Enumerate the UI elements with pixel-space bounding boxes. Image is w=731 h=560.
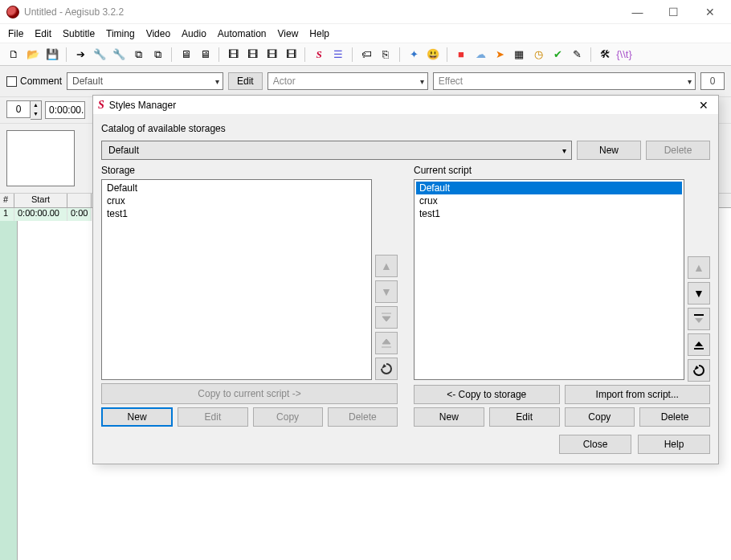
- menu-automation[interactable]: Automation: [218, 28, 267, 39]
- script-copy-button[interactable]: Copy: [565, 407, 635, 427]
- move-down-button[interactable]: ▼: [375, 280, 398, 303]
- catalog-delete-button[interactable]: Delete: [646, 141, 710, 160]
- storage-listbox[interactable]: Default crux test1: [101, 179, 372, 380]
- sort-button[interactable]: [688, 359, 710, 382]
- list-item[interactable]: test1: [104, 207, 370, 220]
- script-new-button[interactable]: New: [414, 407, 484, 427]
- save-icon[interactable]: 💾: [45, 47, 59, 62]
- arrow-icon[interactable]: ➔: [73, 47, 88, 62]
- move-top-button[interactable]: [375, 306, 398, 329]
- grid-icon[interactable]: ▦: [512, 47, 526, 62]
- maximize-button[interactable]: ☐: [655, 0, 692, 24]
- menu-edit[interactable]: Edit: [35, 28, 51, 39]
- style-combo[interactable]: Default ▾: [67, 72, 223, 90]
- effect-combo[interactable]: Effect ▾: [433, 72, 696, 90]
- import-from-script-button[interactable]: Import from script...: [565, 385, 711, 404]
- move-up-button[interactable]: ▲: [375, 255, 398, 277]
- menu-help[interactable]: Help: [309, 28, 329, 39]
- start-time-field[interactable]: 0:00:00.: [45, 101, 85, 119]
- sort-button[interactable]: [375, 358, 398, 380]
- list-item[interactable]: crux: [104, 194, 370, 207]
- film-icon[interactable]: 🎞: [226, 47, 240, 62]
- tool2-icon[interactable]: ⧉: [150, 47, 165, 62]
- checkbox-icon[interactable]: [6, 76, 17, 87]
- move-bottom-button[interactable]: [688, 333, 710, 356]
- list-item[interactable]: Default: [104, 182, 370, 194]
- tool-icon[interactable]: ⧉: [131, 47, 145, 62]
- menu-file[interactable]: File: [8, 28, 23, 39]
- grid-row[interactable]: 1 0:00:00.00 0:00: [0, 208, 92, 221]
- comment-checkbox[interactable]: Comment: [6, 76, 62, 87]
- script-delete-button[interactable]: Delete: [639, 407, 710, 427]
- spinner-down-icon[interactable]: ▼: [31, 110, 41, 119]
- storage-new-button[interactable]: New: [101, 407, 173, 427]
- menu-audio[interactable]: Audio: [182, 28, 206, 39]
- catalog-new-button[interactable]: New: [577, 141, 641, 160]
- col-end[interactable]: [67, 194, 92, 207]
- actor-combo[interactable]: Actor ▾: [267, 72, 428, 90]
- move-bottom-button[interactable]: [375, 332, 398, 354]
- copy-icon[interactable]: ⎘: [378, 47, 393, 62]
- film3-icon[interactable]: 🎞: [264, 47, 279, 62]
- storage-copy-button[interactable]: Copy: [253, 407, 323, 427]
- close-button[interactable]: Close: [559, 435, 631, 454]
- layer-field[interactable]: 0: [700, 72, 725, 90]
- separator: [66, 47, 67, 62]
- cloud-icon[interactable]: ☁: [473, 47, 488, 62]
- edit-style-button[interactable]: Edit: [228, 72, 263, 90]
- layer-spinner[interactable]: 0 ▲ ▼: [6, 100, 42, 120]
- caret-icon: ▾: [688, 77, 692, 86]
- toolbar: 🗋 📂 💾 ➔ 🔧 🔧 ⧉ ⧉ 🖥 🖥 🎞 🎞 🎞 🎞 S ☰ 🏷 ⎘ ✦ 😃 …: [0, 43, 731, 66]
- help-button[interactable]: Help: [638, 435, 710, 454]
- screen-icon[interactable]: 🖥: [178, 47, 193, 62]
- copy-to-script-button[interactable]: Copy to current script ->: [101, 383, 398, 404]
- catalog-combo[interactable]: Default ▾: [101, 141, 572, 160]
- paint-icon[interactable]: ✎: [570, 47, 584, 62]
- col-num[interactable]: #: [0, 194, 14, 207]
- menubar: File Edit Subtitle Timing Video Audio Au…: [0, 24, 731, 43]
- face-icon[interactable]: 😃: [426, 47, 440, 62]
- tools-icon[interactable]: 🛠: [598, 47, 612, 62]
- clock-icon[interactable]: ◷: [531, 47, 545, 62]
- chart-icon[interactable]: ■: [454, 47, 468, 62]
- styles-manager-dialog: S Styles Manager ✕ Catalog of available …: [92, 95, 719, 464]
- storage-delete-button[interactable]: Delete: [328, 407, 398, 427]
- close-button[interactable]: ✕: [692, 0, 728, 24]
- fish-icon[interactable]: ➤: [492, 47, 507, 62]
- menu-subtitle[interactable]: Subtitle: [63, 28, 95, 39]
- film2-icon[interactable]: 🎞: [245, 47, 259, 62]
- check-icon[interactable]: ✔: [550, 47, 565, 62]
- list-item[interactable]: crux: [416, 194, 682, 207]
- text-editor[interactable]: [6, 130, 75, 186]
- list-item[interactable]: Default: [416, 182, 682, 194]
- script-label: Current script: [414, 165, 710, 176]
- tag-t-icon[interactable]: {\\t}: [617, 47, 631, 62]
- film4-icon[interactable]: 🎞: [284, 47, 298, 62]
- wrench2-icon[interactable]: 🔧: [112, 47, 126, 62]
- move-top-button[interactable]: [688, 308, 710, 330]
- spinner-value[interactable]: 0: [6, 100, 31, 118]
- minimize-button[interactable]: —: [619, 0, 655, 24]
- list-item[interactable]: test1: [416, 207, 682, 220]
- open-icon[interactable]: 📂: [26, 47, 40, 62]
- styles-icon[interactable]: S: [312, 47, 326, 62]
- menu-timing[interactable]: Timing: [106, 28, 135, 39]
- script-edit-button[interactable]: Edit: [489, 407, 560, 427]
- tag-icon[interactable]: 🏷: [359, 47, 374, 62]
- new-icon[interactable]: 🗋: [6, 47, 21, 62]
- col-start[interactable]: Start: [14, 194, 67, 207]
- wrench-icon[interactable]: 🔧: [92, 47, 107, 62]
- dialog-close-button[interactable]: ✕: [694, 99, 713, 112]
- move-up-button[interactable]: ▲: [688, 256, 710, 279]
- storage-edit-button[interactable]: Edit: [178, 407, 247, 427]
- spinner-up-icon[interactable]: ▲: [31, 101, 41, 110]
- move-down-button[interactable]: ▼: [688, 282, 710, 305]
- copy-to-storage-button[interactable]: <- Copy to storage: [414, 385, 560, 404]
- brush-icon[interactable]: ✦: [406, 47, 421, 62]
- list-icon[interactable]: ☰: [331, 47, 345, 62]
- menu-view[interactable]: View: [278, 28, 299, 39]
- caret-icon: ▾: [562, 146, 566, 155]
- menu-video[interactable]: Video: [146, 28, 170, 39]
- script-listbox[interactable]: Default crux test1: [414, 179, 684, 380]
- screen2-icon[interactable]: 🖥: [198, 47, 212, 62]
